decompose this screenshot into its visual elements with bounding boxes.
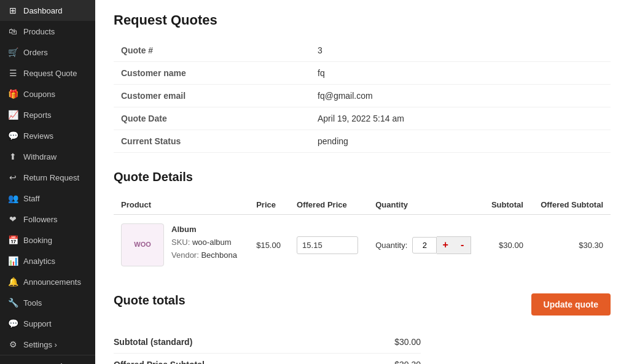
- sidebar-item-announcements[interactable]: 🔔 Announcements: [0, 271, 95, 292]
- table-row: Quote Date April 19, 2022 5:14 am: [114, 107, 611, 130]
- sidebar-item-settings[interactable]: ⚙ Settings ›: [0, 334, 95, 355]
- sidebar-label: Products: [23, 27, 55, 36]
- sidebar-label: Reports: [23, 110, 52, 120]
- table-row: Customer name fq: [114, 62, 611, 85]
- vendor-label: Vendor:: [171, 250, 199, 260]
- sidebar-item-staff[interactable]: 👥 Staff: [0, 188, 95, 209]
- sidebar-item-followers[interactable]: ❤ Followers: [0, 209, 95, 230]
- sidebar: ⊞ Dashboard 🛍 Products 🛒 Orders ☰ Reques…: [0, 0, 95, 364]
- table-row: Quote # 3: [114, 39, 611, 62]
- quantity-cell: Quantity: + -: [368, 215, 482, 276]
- qty-plus-button[interactable]: +: [437, 236, 454, 254]
- reports-icon: 📈: [7, 110, 18, 120]
- info-label: Quote #: [114, 39, 310, 62]
- offered-label: Offered Price Subtotal: [114, 360, 205, 364]
- sidebar-item-booking[interactable]: 📅 Booking: [0, 230, 95, 250]
- booking-icon: 📅: [7, 235, 18, 245]
- sidebar-bottom: ⬔ 👤 ⏻: [0, 355, 95, 364]
- sidebar-item-return-request[interactable]: ↩ Return Request: [0, 167, 95, 188]
- totals-row-offered: Offered Price Subtotal $30.30: [114, 354, 421, 364]
- sidebar-label: Booking: [23, 236, 52, 245]
- return-icon: ↩: [7, 172, 18, 182]
- price-cell: $15.00: [249, 215, 289, 276]
- reviews-icon: 💬: [7, 131, 18, 141]
- info-value: pending: [310, 130, 611, 153]
- coupons-icon: 🎁: [7, 89, 18, 99]
- sidebar-item-reviews[interactable]: 💬 Reviews: [0, 125, 95, 146]
- qty-minus-button[interactable]: -: [454, 236, 471, 254]
- sidebar-item-coupons[interactable]: 🎁 Coupons: [0, 83, 95, 104]
- staff-icon: 👥: [7, 193, 18, 203]
- sidebar-label: Orders: [23, 48, 48, 57]
- col-header-quantity: Quantity: [368, 195, 482, 215]
- sidebar-label: Dashboard: [23, 6, 63, 15]
- announcements-icon: 🔔: [7, 277, 18, 287]
- qty-label: Quantity:: [375, 241, 407, 250]
- totals-row-subtotal: Subtotal (standard) $30.00: [114, 331, 421, 354]
- quantity-input[interactable]: [412, 237, 437, 254]
- settings-icon: ⚙: [7, 339, 18, 349]
- quote-details-table: Product Price Offered Price Quantity Sub…: [114, 195, 611, 275]
- section-title-quote-details: Quote Details: [114, 170, 611, 184]
- sidebar-item-dashboard[interactable]: ⊞ Dashboard: [0, 0, 95, 21]
- col-header-price: Price: [249, 195, 289, 215]
- sidebar-item-orders[interactable]: 🛒 Orders: [0, 42, 95, 63]
- totals-section: Quote totals Update quote: [114, 293, 611, 319]
- orders-icon: 🛒: [7, 47, 18, 57]
- quote-totals-title: Quote totals: [114, 293, 186, 308]
- sidebar-item-tools[interactable]: 🔧 Tools: [0, 292, 95, 313]
- page-title: Request Quotes: [114, 12, 611, 28]
- sidebar-label: Staff: [23, 194, 40, 203]
- offered-value: $30.30: [394, 360, 421, 364]
- main-content: Request Quotes Quote # 3 Customer name f…: [95, 0, 629, 364]
- products-icon: 🛍: [7, 26, 18, 36]
- sidebar-label: Support: [23, 319, 52, 328]
- sidebar-label: Settings ›: [23, 340, 57, 349]
- offered-subtotal-cell: $30.30: [531, 215, 611, 276]
- col-header-offered-subtotal: Offered Subtotal: [531, 195, 611, 215]
- sku-value: woo-album: [192, 238, 232, 247]
- sidebar-item-products[interactable]: 🛍 Products: [0, 21, 95, 42]
- offered-price-cell: [289, 215, 368, 276]
- analytics-icon: 📊: [7, 256, 18, 266]
- sidebar-item-analytics[interactable]: 📊 Analytics: [0, 250, 95, 271]
- sidebar-label: Announcements: [23, 277, 81, 287]
- info-value: April 19, 2022 5:14 am: [310, 107, 611, 130]
- sidebar-item-reports[interactable]: 📈 Reports: [0, 104, 95, 125]
- info-value: 3: [310, 39, 611, 62]
- info-label: Customer name: [114, 62, 310, 85]
- power-icon[interactable]: ⏻: [53, 360, 70, 364]
- sidebar-item-support[interactable]: 💬 Support: [0, 313, 95, 334]
- sidebar-label: Return Request: [23, 173, 79, 182]
- info-label: Current Status: [114, 130, 310, 153]
- col-header-product: Product: [114, 195, 249, 215]
- sidebar-item-withdraw[interactable]: ⬆ Withdraw: [0, 146, 95, 167]
- col-header-offered-price: Offered Price: [289, 195, 368, 215]
- dashboard-icon: ⊞: [7, 6, 18, 15]
- product-info: Album SKU: woo-album Vendor: Bechbona: [171, 223, 237, 261]
- export-icon[interactable]: ⬔: [6, 360, 23, 364]
- subtotal-label: Subtotal (standard): [114, 337, 192, 347]
- product-row: WOO Album SKU: woo-album Vendor: Bechbon…: [114, 215, 611, 276]
- subtotal-value: $30.00: [394, 337, 421, 347]
- sidebar-label: Analytics: [23, 257, 55, 266]
- followers-icon: ❤: [7, 214, 18, 224]
- col-header-subtotal: Subtotal: [482, 195, 531, 215]
- subtotal-cell: $30.00: [482, 215, 531, 276]
- update-quote-button[interactable]: Update quote: [531, 293, 611, 316]
- product-thumbnail: WOO: [121, 223, 164, 266]
- sidebar-item-request-quote[interactable]: ☰ Request Quote: [0, 63, 95, 83]
- support-icon: 💬: [7, 319, 18, 328]
- sidebar-label: Reviews: [23, 131, 53, 141]
- table-row: Customer email fq@gmail.com: [114, 85, 611, 107]
- tools-icon: 🔧: [7, 298, 18, 308]
- info-label: Quote Date: [114, 107, 310, 130]
- vendor-value: Bechbona: [201, 250, 237, 260]
- table-row: Current Status pending: [114, 130, 611, 153]
- request-quote-icon: ☰: [7, 68, 18, 78]
- user-icon[interactable]: 👤: [29, 360, 47, 364]
- offered-price-input[interactable]: [297, 236, 358, 254]
- sidebar-label: Withdraw: [23, 152, 57, 161]
- info-value: fq: [310, 62, 611, 85]
- sidebar-label: Request Quote: [23, 69, 77, 78]
